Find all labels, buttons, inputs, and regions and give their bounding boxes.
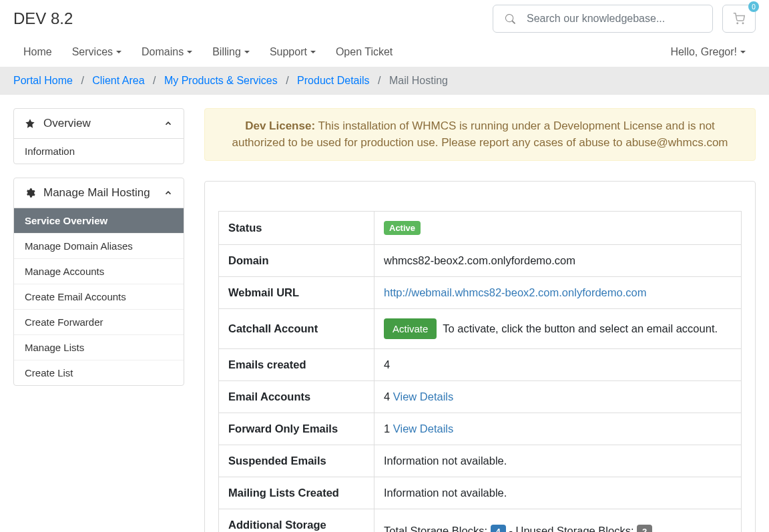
nav-billing[interactable]: Billing (202, 41, 260, 63)
row-label: Forward Only Emails (219, 413, 374, 445)
nav-support[interactable]: Support (260, 41, 326, 63)
chevron-up-icon (164, 119, 173, 128)
status-badge: Active (384, 221, 421, 235)
search-input[interactable] (527, 13, 712, 25)
table-row: Suspended Emails Information not availab… (219, 445, 742, 477)
row-value: Total Storage Blocks: 4 - Unused Storage… (374, 509, 742, 532)
chevron-down-icon (244, 51, 250, 53)
row-label: Status (219, 212, 374, 245)
row-value: Information not available. (374, 477, 742, 509)
breadcrumb-client-area[interactable]: Client Area (92, 75, 144, 86)
sidebar-overview-header[interactable]: Overview (14, 109, 184, 139)
row-label: Additional Storage Blocks (219, 509, 374, 532)
sidebar-item-manage-lists[interactable]: Manage Lists (14, 334, 184, 360)
sidebar-item-create-list[interactable]: Create List (14, 360, 184, 385)
row-label: Catchall Account (219, 309, 374, 349)
cart-count-badge: 0 (748, 1, 759, 12)
row-label: Suspended Emails (219, 445, 374, 477)
nav-user-menu[interactable]: Hello, Gregor! (660, 41, 756, 63)
row-value: 4 View Details (374, 381, 742, 413)
chevron-down-icon (187, 51, 192, 53)
total-storage-badge: 4 (491, 525, 506, 532)
brand-title: DEV 8.2 (13, 9, 73, 28)
webmail-link[interactable]: http://webmail.whmcs82-beox2.com.onlyfor… (384, 286, 646, 298)
row-value: http://webmail.whmcs82-beox2.com.onlyfor… (374, 277, 742, 309)
chevron-down-icon (310, 51, 316, 53)
svg-point-1 (742, 23, 744, 24)
row-value: Activate To activate, click the button a… (374, 309, 742, 349)
catchall-help-text: To activate, click the button and select… (443, 322, 718, 334)
view-details-link[interactable]: View Details (393, 390, 453, 403)
table-row: Email Accounts 4 View Details (219, 381, 742, 413)
row-value: Information not available. (374, 445, 742, 477)
row-value: Active (374, 212, 742, 245)
breadcrumb-products[interactable]: My Products & Services (164, 75, 278, 86)
svg-point-0 (737, 23, 738, 24)
gear-icon (25, 188, 35, 198)
table-row: Catchall Account Activate To activate, c… (219, 309, 742, 349)
sidebar-item-accounts[interactable]: Manage Accounts (14, 258, 184, 284)
table-row: Webmail URL http://webmail.whmcs82-beox2… (219, 277, 742, 309)
sidebar-item-information[interactable]: Information (14, 139, 184, 164)
sidebar-item-domain-aliases[interactable]: Manage Domain Aliases (14, 233, 184, 258)
chevron-down-icon (740, 51, 746, 53)
search-icon (493, 14, 527, 24)
nav-open-ticket[interactable]: Open Ticket (326, 41, 403, 63)
dev-license-alert: Dev License: This installation of WHMCS … (204, 108, 756, 161)
row-label: Webmail URL (219, 277, 374, 309)
row-label: Email Accounts (219, 381, 374, 413)
row-label: Domain (219, 245, 374, 277)
sidebar-item-create-forwarder[interactable]: Create Forwarder (14, 309, 184, 334)
nav-domains[interactable]: Domains (132, 41, 202, 63)
star-icon (25, 118, 35, 129)
row-value: whmcs82-beox2.com.onlyfordemo.com (374, 245, 742, 277)
sidebar-manage-header[interactable]: Manage Mail Hosting (14, 178, 184, 208)
table-row: Emails created 4 (219, 349, 742, 381)
table-row: Domain whmcs82-beox2.com.onlyfordemo.com (219, 245, 742, 277)
product-details-table: Status Active Domain whmcs82-beox2.com.o… (218, 211, 742, 532)
breadcrumb-current: Mail Hosting (389, 75, 448, 86)
chevron-up-icon (164, 188, 173, 198)
breadcrumb-portal-home[interactable]: Portal Home (13, 75, 73, 86)
activate-button[interactable]: Activate (384, 318, 437, 339)
cart-button[interactable]: 0 (722, 5, 756, 33)
sidebar-item-service-overview[interactable]: Service Overview (14, 208, 184, 233)
row-value: 4 (374, 349, 742, 381)
row-label: Mailing Lists Created (219, 477, 374, 509)
table-row: Additional Storage Blocks Total Storage … (219, 509, 742, 532)
table-row: Mailing Lists Created Information not av… (219, 477, 742, 509)
view-details-link[interactable]: View Details (393, 423, 453, 435)
unused-storage-badge: 2 (637, 525, 652, 532)
breadcrumb-product-details[interactable]: Product Details (297, 75, 370, 86)
row-label: Emails created (219, 349, 374, 381)
search-box[interactable] (493, 5, 713, 33)
nav-services[interactable]: Services (62, 41, 132, 63)
table-row: Status Active (219, 212, 742, 245)
nav-home[interactable]: Home (13, 41, 62, 63)
chevron-down-icon (116, 51, 121, 53)
table-row: Forward Only Emails 1 View Details (219, 413, 742, 445)
sidebar-item-create-email[interactable]: Create Email Accounts (14, 284, 184, 309)
row-value: 1 View Details (374, 413, 742, 445)
breadcrumb: Portal Home / Client Area / My Products … (0, 67, 769, 95)
